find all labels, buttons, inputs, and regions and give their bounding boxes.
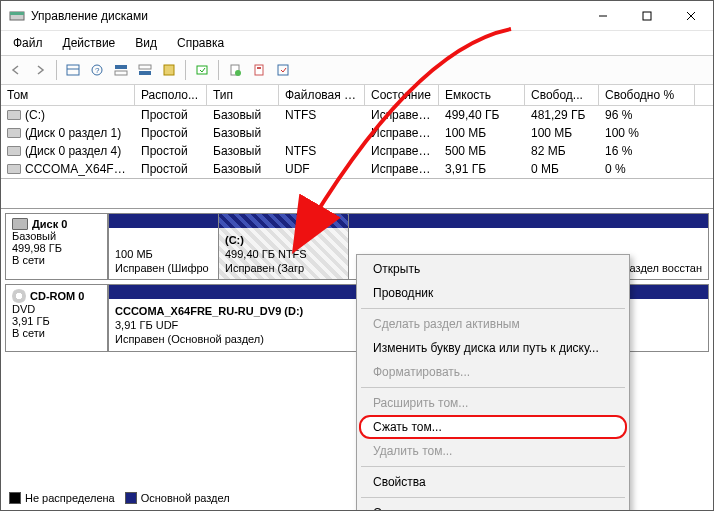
settings-icon[interactable] — [272, 59, 294, 81]
cd-icon — [12, 289, 26, 303]
refresh-icon[interactable] — [158, 59, 180, 81]
ctx-extend: Расширить том... — [359, 391, 627, 415]
titlebar: Управление дисками — [1, 1, 713, 31]
window-title: Управление дисками — [31, 9, 581, 23]
svg-point-17 — [235, 70, 241, 76]
table-row[interactable]: CCCOMA_X64FRE... Простой Базовый UDF Исп… — [1, 160, 713, 178]
action-icon[interactable] — [191, 59, 213, 81]
col-status[interactable]: Состояние — [365, 85, 439, 105]
ctx-delete: Удалить том... — [359, 439, 627, 463]
help-icon[interactable]: ? — [86, 59, 108, 81]
volume-icon — [7, 128, 21, 138]
properties-icon[interactable] — [248, 59, 270, 81]
maximize-button[interactable] — [625, 1, 669, 30]
col-layout[interactable]: Располо... — [135, 85, 207, 105]
svg-rect-13 — [139, 71, 151, 75]
svg-rect-14 — [164, 65, 174, 75]
legend: Не распределена Основной раздел — [7, 488, 232, 508]
col-free[interactable]: Свобод... — [525, 85, 599, 105]
partition-disk0-c[interactable]: (C:) 499,40 ГБ NTFS Исправен (Загр — [218, 214, 348, 279]
pane-splitter[interactable] — [1, 179, 713, 209]
forward-icon[interactable] — [29, 59, 51, 81]
menu-action[interactable]: Действие — [55, 34, 124, 52]
context-menu: Открыть Проводник Сделать раздел активны… — [356, 254, 630, 511]
column-headers: Том Располо... Тип Файловая с... Состоян… — [1, 85, 713, 106]
legend-swatch-unalloc — [9, 492, 21, 504]
ctx-format: Форматировать... — [359, 360, 627, 384]
svg-rect-12 — [139, 65, 151, 69]
partition-disk0-1[interactable]: 100 МБ Исправен (Шифро — [108, 214, 218, 279]
ctx-open[interactable]: Открыть — [359, 257, 627, 281]
menubar: Файл Действие Вид Справка — [1, 31, 713, 56]
svg-rect-19 — [257, 67, 261, 69]
ctx-make-active: Сделать раздел активным — [359, 312, 627, 336]
svg-rect-3 — [643, 12, 651, 20]
svg-rect-1 — [10, 12, 24, 15]
hdd-icon — [12, 218, 28, 230]
close-button[interactable] — [669, 1, 713, 30]
col-fs[interactable]: Файловая с... — [279, 85, 365, 105]
table-row[interactable]: (C:) Простой Базовый NTFS Исправен... 49… — [1, 106, 713, 124]
col-volume[interactable]: Том — [1, 85, 135, 105]
svg-rect-10 — [115, 65, 127, 69]
volume-icon — [7, 146, 21, 156]
back-icon[interactable] — [5, 59, 27, 81]
menu-view[interactable]: Вид — [127, 34, 165, 52]
minimize-button[interactable] — [581, 1, 625, 30]
ctx-change-letter[interactable]: Изменить букву диска или путь к диску... — [359, 336, 627, 360]
col-cap[interactable]: Емкость — [439, 85, 525, 105]
volume-icon — [7, 110, 21, 120]
view-table-icon[interactable] — [62, 59, 84, 81]
volume-list: Том Располо... Тип Файловая с... Состоян… — [1, 85, 713, 179]
menu-file[interactable]: Файл — [5, 34, 51, 52]
ctx-help[interactable]: Справка — [359, 501, 627, 511]
ctx-shrink[interactable]: Сжать том... — [359, 415, 627, 439]
svg-text:?: ? — [95, 66, 100, 75]
cdrom-info[interactable]: CD-ROM 0 DVD 3,91 ГБ В сети — [6, 285, 108, 350]
toolbar: ? — [1, 56, 713, 85]
svg-rect-20 — [278, 65, 288, 75]
view-top-icon[interactable] — [110, 59, 132, 81]
menu-help[interactable]: Справка — [169, 34, 232, 52]
table-row[interactable]: (Диск 0 раздел 4) Простой Базовый NTFS И… — [1, 142, 713, 160]
legend-swatch-primary — [125, 492, 137, 504]
svg-rect-15 — [197, 66, 207, 74]
svg-rect-6 — [67, 65, 79, 75]
new-icon[interactable] — [224, 59, 246, 81]
svg-rect-18 — [255, 65, 263, 75]
ctx-properties[interactable]: Свойства — [359, 470, 627, 494]
view-bottom-icon[interactable] — [134, 59, 156, 81]
col-pct[interactable]: Свободно % — [599, 85, 695, 105]
table-row[interactable]: (Диск 0 раздел 1) Простой Базовый Исправ… — [1, 124, 713, 142]
svg-rect-11 — [115, 71, 127, 75]
app-icon — [9, 8, 25, 24]
ctx-explorer[interactable]: Проводник — [359, 281, 627, 305]
volume-icon — [7, 164, 21, 174]
col-type[interactable]: Тип — [207, 85, 279, 105]
disk0-info[interactable]: Диск 0 Базовый 499,98 ГБ В сети — [6, 214, 108, 279]
